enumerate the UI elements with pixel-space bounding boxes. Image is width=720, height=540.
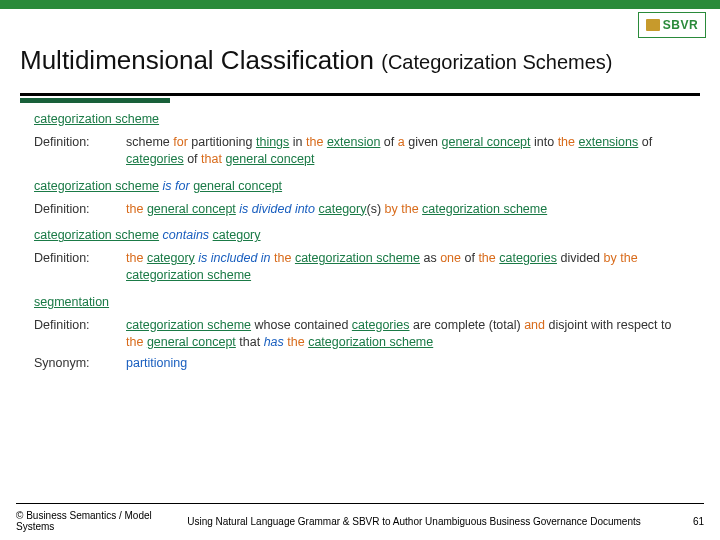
section-segmentation: segmentation Definition: categorization …: [34, 294, 686, 372]
term: categories: [126, 152, 184, 166]
kw: the: [274, 251, 291, 265]
def-label: Definition:: [34, 134, 126, 168]
txt: are complete (total): [410, 318, 525, 332]
txt: of: [461, 251, 478, 265]
page-number: 61: [672, 516, 704, 527]
top-white-bar: SBVR: [0, 9, 720, 39]
section-is-for: categorization scheme is for general con…: [34, 178, 686, 218]
term: categories: [499, 251, 557, 265]
kw: the: [306, 135, 323, 149]
kw: the: [478, 251, 495, 265]
def-label: Definition:: [34, 201, 126, 218]
term: segmentation: [34, 295, 109, 309]
term: categorization scheme: [34, 112, 159, 126]
kw: and: [524, 318, 545, 332]
verb: is included in: [195, 251, 274, 265]
kw: the: [401, 202, 418, 216]
term: categorization scheme: [295, 251, 420, 265]
kw: the: [126, 202, 143, 216]
term: extensions: [579, 135, 639, 149]
title-rule: [20, 93, 700, 96]
title-area: Multidimensional Classification (Categor…: [0, 39, 720, 86]
title-paren: (Categorization Schemes): [381, 51, 612, 73]
book-icon: [646, 19, 660, 31]
syn-label: Synonym:: [34, 355, 126, 372]
term-heading: categorization scheme is for general con…: [34, 178, 686, 195]
content: categorization scheme Definition: scheme…: [0, 103, 720, 372]
txt: of: [638, 135, 652, 149]
term: categorization scheme: [126, 268, 251, 282]
term: extension: [327, 135, 381, 149]
term: general concept: [147, 335, 236, 349]
txt: scheme: [126, 135, 173, 149]
txt: of: [184, 152, 201, 166]
verb: has: [264, 335, 284, 349]
def-label: Definition:: [34, 250, 126, 284]
footer: © Business Semantics / Model Systems Usi…: [0, 503, 720, 532]
def-body: scheme for partitioning things in the ex…: [126, 134, 686, 168]
verb: is divided into: [236, 202, 319, 216]
synonym: partitioning: [126, 356, 187, 370]
term: categorization scheme: [126, 318, 251, 332]
term: category: [213, 228, 261, 242]
term: general concept: [193, 179, 282, 193]
term: category: [147, 251, 195, 265]
txt: in: [289, 135, 306, 149]
definition-row: Definition: scheme for partitioning thin…: [34, 134, 686, 168]
term: categories: [352, 318, 410, 332]
txt: given: [405, 135, 442, 149]
txt: of: [380, 135, 397, 149]
kw: a: [398, 135, 405, 149]
footer-rule: [16, 503, 704, 504]
txt: partitioning: [188, 135, 256, 149]
txt: (s): [366, 202, 384, 216]
kw: that: [201, 152, 222, 166]
kw: by: [604, 251, 617, 265]
def-label: Definition:: [34, 317, 126, 351]
verb: is for: [159, 179, 193, 193]
kw: the: [287, 335, 304, 349]
section-cat-scheme: categorization scheme Definition: scheme…: [34, 111, 686, 168]
def-body: categorization scheme whose contained ca…: [126, 317, 686, 351]
footer-title: Using Natural Language Grammar & SBVR to…: [156, 516, 672, 527]
term: categorization scheme: [422, 202, 547, 216]
txt: disjoint with respect to: [545, 318, 671, 332]
kw: for: [173, 135, 188, 149]
term: general concept: [147, 202, 236, 216]
kw: the: [620, 251, 637, 265]
term: categorization scheme: [34, 179, 159, 193]
term-heading: segmentation: [34, 294, 686, 311]
term: things: [256, 135, 289, 149]
kw: the: [126, 251, 143, 265]
section-contains: categorization scheme contains category …: [34, 227, 686, 284]
synonym-row: Synonym: partitioning: [34, 355, 686, 372]
copyright: © Business Semantics / Model Systems: [16, 510, 156, 532]
verb: contains: [159, 228, 213, 242]
term: categorization scheme: [308, 335, 433, 349]
term: categorization scheme: [34, 228, 159, 242]
kw: one: [440, 251, 461, 265]
term-heading: categorization scheme contains category: [34, 227, 686, 244]
term: general concept: [225, 152, 314, 166]
term: category: [319, 202, 367, 216]
kw: the: [558, 135, 575, 149]
definition-row: Definition: categorization scheme whose …: [34, 317, 686, 351]
title-main: Multidimensional Classification: [20, 45, 381, 75]
txt: whose contained: [251, 318, 352, 332]
def-body: the category is included in the categori…: [126, 250, 686, 284]
txt: as: [420, 251, 440, 265]
definition-row: Definition: the category is included in …: [34, 250, 686, 284]
logo-text: SBVR: [663, 18, 698, 32]
definition-row: Definition: the general concept is divid…: [34, 201, 686, 218]
def-body: the general concept is divided into cate…: [126, 201, 686, 218]
txt: into: [531, 135, 558, 149]
page-title: Multidimensional Classification (Categor…: [20, 45, 700, 76]
txt: divided: [557, 251, 604, 265]
kw: the: [126, 335, 143, 349]
term-heading: categorization scheme: [34, 111, 686, 128]
top-green-bar: [0, 0, 720, 9]
txt: that: [236, 335, 264, 349]
syn-body: partitioning: [126, 355, 686, 372]
kw: by: [385, 202, 398, 216]
footer-row: © Business Semantics / Model Systems Usi…: [16, 510, 704, 532]
